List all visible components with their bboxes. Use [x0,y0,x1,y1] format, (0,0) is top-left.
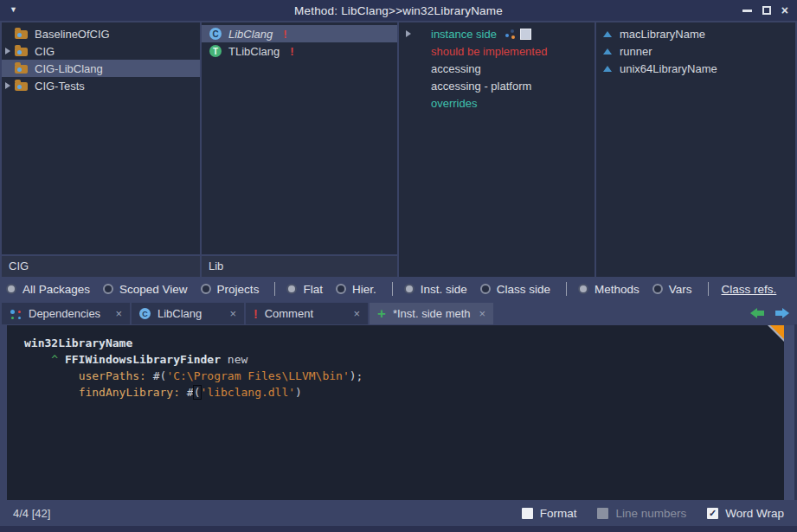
class-icon: C [139,308,151,319]
method-label: macLibraryName [620,28,705,41]
code-token: new [221,353,247,366]
protocol-label: accessing - platform [431,80,531,93]
method-label: runner [620,45,652,58]
tab-dependencies[interactable]: Dependencies× [2,303,130,324]
toggle-label: Line numbers [615,507,686,520]
status-bar: 4/4 [42] FormatLine numbers✓Word Wrap [0,500,797,526]
radio-dot-icon [336,284,346,294]
tab-close-icon[interactable]: × [353,307,360,320]
checkbox-icon [522,508,533,519]
classes-panel: CLibClang!TTLibClang! Lib [202,22,397,277]
code-token: ^ [51,353,58,366]
method-dots-icon [505,29,516,40]
radio-label: Projects [217,283,260,296]
unsaved-changes-corner-icon [770,325,784,339]
override-arrow-icon [603,48,612,54]
toggle-word-wrap[interactable]: ✓Word Wrap [707,507,784,520]
class-item-libclang[interactable]: CLibClang! [202,25,397,42]
code-token: ( [194,386,201,399]
tab-close-icon[interactable]: × [229,307,236,320]
package-item-cig-tests[interactable]: CIG-Tests [2,77,200,94]
package-item-baselineofcig[interactable]: BaselineOfCIG [2,25,200,42]
radio-hier[interactable]: Hier. [336,283,376,296]
code-token: findAnyLibrary: [79,386,180,399]
class-item-tlibclang[interactable]: TTLibClang! [202,42,397,60]
maximize-button[interactable] [762,6,771,15]
radio-flat[interactable]: Flat [286,283,323,296]
uncommented-badge: ! [283,28,286,41]
class-icon: C [209,28,222,40]
radio-label: All Packages [22,283,90,296]
minimize-button[interactable] [742,10,752,12]
tab-label: Dependencies [29,307,100,320]
protocol-item-accessing-platform[interactable]: accessing - platform [399,77,595,94]
expander-icon[interactable] [5,48,10,54]
forward-arrow-icon[interactable] [775,307,789,319]
code-line: ^ FFIWindowsLibraryFinder new [24,351,784,368]
close-button[interactable]: × [781,4,788,16]
classes-list: CLibClang!TTLibClang! [202,22,397,254]
package-item-cig-libclang[interactable]: CIG-LibClang [2,60,200,77]
package-folder-icon [15,30,28,39]
code-token: ) [295,386,302,399]
protocol-label: accessing [431,62,481,75]
tab-close-icon[interactable]: × [479,307,485,320]
radio-dot-icon [404,284,415,294]
classes-filter-input[interactable]: Lib [202,256,397,277]
code-token [24,386,79,399]
tab-inst-side-meth[interactable]: +*Inst. side meth× [370,303,493,324]
packages-filter-input[interactable]: CIG [2,256,200,277]
method-item-maclibraryname[interactable]: macLibraryName [596,25,795,42]
radio-projects[interactable]: Projects [201,283,260,296]
browser-toolbar: All PackagesScoped ViewProjectsFlatHier.… [0,277,797,301]
radio-label: Vars [669,283,692,296]
packages-list: BaselineOfCIGCIGCIG-LibClangCIG-Tests [2,22,200,254]
package-label: BaselineOfCIG [35,28,110,41]
code-token: 'C:\Program Files\LLVM\bin' [166,369,349,382]
tab-comment[interactable]: !Comment× [246,303,368,324]
override-arrow-icon [603,66,612,72]
tab-close-icon[interactable]: × [115,307,122,320]
method-item-runner[interactable]: runner [596,42,795,60]
expander-icon[interactable] [406,30,411,37]
code-token: #( [146,369,166,382]
toggle-label: Word Wrap [725,507,784,520]
protocol-item-instance-side[interactable]: instance side [399,25,595,42]
exclamation-icon: ! [254,307,258,321]
package-label: CIG-Tests [35,80,85,93]
radio-class-side[interactable]: Class side [480,283,550,296]
checkbox-icon [597,508,608,519]
protocol-item-should-be-implemented[interactable]: should be implemented [399,42,595,60]
editor-scrollbar[interactable] [784,325,794,500]
radio-all-packages[interactable]: All Packages [6,283,90,296]
window-title: Method: LibClang>>win32LibraryName [0,4,797,17]
back-arrow-icon[interactable] [750,307,765,319]
override-arrow-icon [603,31,612,37]
radio-inst-side[interactable]: Inst. side [404,283,467,296]
code-token: FFIWindowsLibraryFinder [65,353,221,366]
packages-panel: BaselineOfCIGCIGCIG-LibClangCIG-Tests CI… [2,22,200,277]
toggle-line-numbers[interactable]: Line numbers [597,507,686,520]
radio-scoped-view[interactable]: Scoped View [103,283,188,296]
toolbar-separator [274,282,275,296]
code-line: userPaths: #('C:\Program Files\LLVM\bin'… [24,368,784,384]
package-item-cig[interactable]: CIG [2,42,200,60]
class-refs-link[interactable]: Class refs. [722,283,777,296]
protocol-item-overrides[interactable]: overrides [399,94,595,112]
radio-methods[interactable]: Methods [578,283,640,296]
protocol-item-accessing[interactable]: accessing [399,60,595,77]
radio-label: Methods [595,283,640,296]
radio-vars[interactable]: Vars [652,283,692,296]
expander-icon[interactable] [5,82,10,89]
radio-dot-icon [578,284,588,294]
browser-panes: BaselineOfCIGCIGCIG-LibClangCIG-Tests CI… [0,21,797,277]
tab-libclang[interactable]: CLibClang× [132,303,244,324]
radio-dot-icon [201,284,211,294]
package-label: CIG [35,45,55,58]
toggle-format[interactable]: Format [522,507,577,520]
code-token [24,369,79,382]
method-item-unix64libraryname[interactable]: unix64LibraryName [596,60,795,77]
protocol-label: should be implemented [431,45,547,58]
code-editor[interactable]: win32LibraryName ^ FFIWindowsLibraryFind… [7,325,784,500]
code-token: # [180,386,194,399]
